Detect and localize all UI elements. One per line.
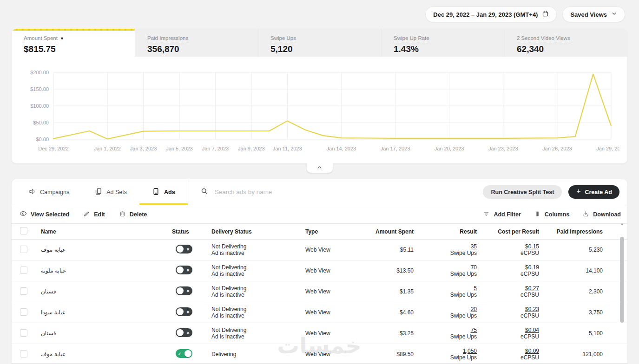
paid-impressions: 5,100 xyxy=(541,330,605,337)
metric-label: Amount Spent xyxy=(24,35,58,42)
metric-tab-2s-video-views[interactable]: 2 Second Video Views 62,340 xyxy=(504,29,627,57)
ad-name: عبابة ملونة xyxy=(33,267,172,274)
plus-icon xyxy=(576,188,581,195)
cpr-link[interactable]: $0.04 xyxy=(479,327,539,333)
metric-tab-swipe-up-rate[interactable]: Swipe Up Rate 1.43% xyxy=(381,29,504,57)
delivery-sub: Ad is inactive xyxy=(211,271,305,277)
delivery-status: Not Delivering xyxy=(211,327,305,333)
performance-card: Amount Spent▼ $815.75 Paid Impressions 3… xyxy=(12,29,627,163)
row-checkbox[interactable] xyxy=(20,350,27,358)
amount-spent: $13.50 xyxy=(356,267,416,274)
edit-button[interactable]: Edit xyxy=(83,210,105,219)
tab-label: Ads xyxy=(164,189,175,195)
col-type: Type xyxy=(305,228,356,235)
delivery-status: Delivering xyxy=(211,351,305,358)
eye-icon xyxy=(20,210,27,219)
table-row: فستان ✓✕ Not DeliveringAd is inactive We… xyxy=(12,281,627,302)
result-link[interactable]: 75 xyxy=(416,327,477,333)
paid-impressions: 3,750 xyxy=(541,309,605,316)
col-cost-per-result: Cost per Result xyxy=(479,228,541,235)
collapse-chart-button[interactable] xyxy=(307,163,333,173)
tab-ad-sets[interactable]: Ad Sets xyxy=(82,179,139,205)
tab-campaigns[interactable]: Campaigns xyxy=(12,179,82,205)
create-ad-button[interactable]: Create Ad xyxy=(568,185,619,199)
saved-views-dropdown[interactable]: Saved Views xyxy=(562,6,625,22)
metric-tab-swipe-ups[interactable]: Swipe Ups 5,120 xyxy=(258,29,381,57)
cpr-link[interactable]: $0.19 xyxy=(479,264,539,271)
result-link[interactable]: 70 xyxy=(416,264,477,271)
svg-text:$100.00: $100.00 xyxy=(30,103,49,109)
svg-text:Jan 23, 2023: Jan 23, 2023 xyxy=(488,146,518,151)
svg-text:Jan 3, 2023: Jan 3, 2023 xyxy=(130,146,157,151)
calendar-icon xyxy=(542,10,549,19)
status-toggle[interactable]: ✓✕ xyxy=(176,307,192,316)
svg-text:$200.00: $200.00 xyxy=(30,70,49,75)
metric-label: Swipe Ups xyxy=(270,35,296,42)
table-row: فستان ✓✕ Not DeliveringAd is inactive We… xyxy=(12,323,627,344)
cpr-unit: eCPSU xyxy=(479,354,539,361)
table-row: عبابة ملونة ✓✕ Not DeliveringAd is inact… xyxy=(12,260,627,281)
cpr-link[interactable]: $0.27 xyxy=(479,285,539,292)
cpr-link[interactable]: $0.15 xyxy=(479,243,539,250)
result-unit: Swipe Ups xyxy=(416,250,477,256)
metric-value: 1.43% xyxy=(394,44,504,54)
view-selected-button[interactable]: View Selected xyxy=(20,210,69,219)
create-ad-label: Create Ad xyxy=(585,189,612,195)
status-toggle[interactable]: ✓✕ xyxy=(176,286,192,295)
ad-name: عبابة موف xyxy=(33,351,172,358)
result-link[interactable]: 1,050 xyxy=(416,348,477,354)
ad-type: Web View xyxy=(305,247,356,253)
metric-tab-paid-impressions[interactable]: Paid Impressions 356,870 xyxy=(135,29,258,57)
divider xyxy=(189,179,189,205)
svg-text:Jan 11, 2023: Jan 11, 2023 xyxy=(273,146,302,151)
select-all-checkbox[interactable] xyxy=(20,227,27,234)
status-toggle[interactable]: ✓✕ xyxy=(176,245,192,254)
result-link[interactable]: 35 xyxy=(416,243,477,250)
delivery-sub: Ad is inactive xyxy=(211,292,305,298)
row-checkbox[interactable] xyxy=(20,287,27,295)
scrollbar-up-arrow[interactable]: ▲ xyxy=(619,222,625,227)
tab-ads[interactable]: Ads xyxy=(139,179,188,205)
download-button[interactable]: Download xyxy=(582,210,621,219)
cpr-link[interactable]: $0.09 xyxy=(479,348,539,354)
row-checkbox[interactable] xyxy=(20,329,27,337)
table-scrollbar[interactable]: ▲ xyxy=(619,222,625,361)
cpr-link[interactable]: $0.23 xyxy=(479,306,539,312)
tool-label: Download xyxy=(593,211,621,218)
status-toggle[interactable]: ✓✕ xyxy=(176,328,192,337)
row-checkbox[interactable] xyxy=(20,266,27,274)
metric-tab-amount-spent[interactable]: Amount Spent▼ $815.75 xyxy=(12,29,135,57)
scrollbar-thumb[interactable] xyxy=(620,237,624,323)
cpr-unit: eCPSU xyxy=(479,292,539,298)
caret-down-icon: ▼ xyxy=(60,36,64,41)
cpr-unit: eCPSU xyxy=(479,271,539,277)
result-unit: Swipe Ups xyxy=(416,292,477,298)
svg-text:Jan 29, 2023: Jan 29, 2023 xyxy=(596,146,619,151)
ad-name: فستان xyxy=(33,330,172,337)
tab-label: Ad Sets xyxy=(106,189,127,195)
metric-value: 62,340 xyxy=(517,44,627,54)
ad-type: Web View xyxy=(305,309,356,316)
metric-label: Paid Impressions xyxy=(147,35,188,42)
status-toggle[interactable]: ✓✕ xyxy=(176,266,192,274)
delete-button[interactable]: Delete xyxy=(119,210,147,219)
ad-name: عبابة سودا xyxy=(33,309,172,316)
delivery-status: Not Delivering xyxy=(211,306,305,312)
result-link[interactable]: 20 xyxy=(416,306,477,312)
amount-spent: $4.60 xyxy=(356,309,416,316)
search-input[interactable] xyxy=(215,188,363,195)
date-range-picker[interactable]: Dec 29, 2022 – Jan 29, 2023 (GMT+4) xyxy=(425,6,557,22)
columns-button[interactable]: Columns xyxy=(534,210,569,219)
table-header: Name Status Delivery Status Type Amount … xyxy=(12,224,627,240)
search-box xyxy=(190,179,483,205)
result-unit: Swipe Ups xyxy=(416,312,477,319)
row-checkbox[interactable] xyxy=(20,308,27,316)
status-toggle[interactable]: ✓✕ xyxy=(176,349,192,358)
run-split-test-button[interactable]: Run Creative Split Test xyxy=(483,185,562,199)
row-checkbox[interactable] xyxy=(20,246,27,253)
metric-value: 5,120 xyxy=(270,44,381,54)
result-unit: Swipe Ups xyxy=(416,333,477,340)
result-link[interactable]: 5 xyxy=(416,285,477,292)
ad-sets-icon xyxy=(94,188,102,197)
add-filter-button[interactable]: Add Filter xyxy=(483,210,520,219)
